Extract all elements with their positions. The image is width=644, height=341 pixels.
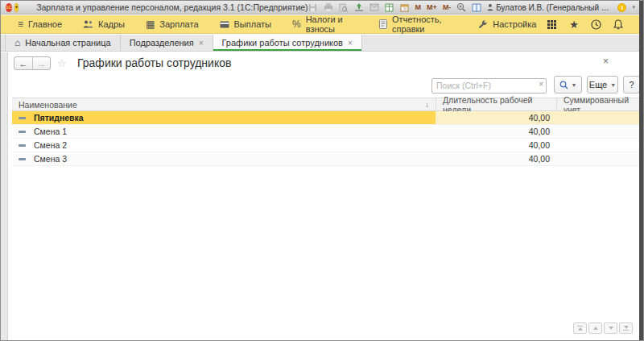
calc-memory-m-minus-button[interactable]: М- xyxy=(443,3,452,11)
info-caret-icon[interactable]: ▾ xyxy=(632,4,635,10)
menu-item-main[interactable]: ≡ Главное xyxy=(7,15,72,33)
schedule-item-icon xyxy=(19,158,26,160)
search-icon xyxy=(559,81,568,89)
window-title: Зарплата и управление персоналом, редакц… xyxy=(36,2,308,12)
page-title: Графики работы сотрудников xyxy=(77,56,231,69)
cell-name[interactable]: Смена 1 xyxy=(12,125,436,138)
export-icon[interactable] xyxy=(354,2,364,12)
cell-name[interactable]: Пятидневка xyxy=(12,111,436,124)
home-icon: ⌂ xyxy=(14,37,20,48)
menu-item-payments[interactable]: Выплаты xyxy=(209,15,282,33)
close-form-button[interactable]: × xyxy=(603,56,609,67)
send-icon[interactable] xyxy=(369,2,379,12)
favorites-star-icon[interactable]: ★ xyxy=(569,19,579,30)
search-field-wrap: × xyxy=(431,77,547,93)
table-icon[interactable] xyxy=(385,2,394,12)
back-button[interactable]: ← xyxy=(14,57,32,69)
open-windows-tabbar: ⌂ Начальная страница Подразделения × Гра… xyxy=(1,35,639,52)
page-down-button[interactable] xyxy=(604,322,617,334)
user-icon xyxy=(487,3,493,11)
search-caret-icon: ▼ xyxy=(572,82,577,88)
more-caret-icon: ▼ xyxy=(610,82,616,88)
people-icon xyxy=(83,20,93,28)
add-to-favorites-star-icon[interactable]: ☆ xyxy=(57,57,67,69)
history-nav-group: ← → xyxy=(14,56,51,70)
schedule-item-icon xyxy=(19,144,26,147)
help-button[interactable]: ? xyxy=(623,76,640,94)
save-icon[interactable] xyxy=(308,2,318,12)
cell-summarized[interactable] xyxy=(556,139,639,152)
menu-item-personnel[interactable]: Кадры xyxy=(72,15,135,33)
calc-memory-m-plus-button[interactable]: М+ xyxy=(427,3,437,11)
column-header-name[interactable]: Наименование ↓ xyxy=(12,98,436,110)
spreadsheet-icon: ▦ xyxy=(146,19,155,29)
cell-week-hours[interactable]: 40,00 xyxy=(436,152,556,165)
cell-summarized[interactable] xyxy=(556,111,639,124)
notifications-bell-icon[interactable] xyxy=(613,19,623,30)
more-button[interactable]: Еще ▼ xyxy=(587,76,618,94)
close-tab-icon[interactable]: × xyxy=(199,39,204,48)
page-up-button[interactable] xyxy=(588,322,602,334)
report-icon xyxy=(379,19,387,29)
column-header-summarized[interactable]: Суммированный учет xyxy=(556,98,639,110)
table-row[interactable]: Смена 1 40,00 xyxy=(12,125,639,139)
hamburger-icon: ≡ xyxy=(18,19,23,29)
tab-departments[interactable]: Подразделения × xyxy=(121,35,213,51)
go-to-top-button[interactable] xyxy=(573,322,587,334)
all-functions-grid-icon[interactable] xyxy=(547,19,557,30)
cell-week-hours[interactable]: 40,00 xyxy=(436,125,556,138)
percent-icon: % xyxy=(292,19,301,29)
split-columns-icon[interactable] xyxy=(472,2,481,12)
cell-week-hours[interactable]: 40,00 xyxy=(436,139,556,152)
search-button[interactable]: ▼ xyxy=(554,76,582,94)
window-edge xyxy=(639,1,643,341)
search-input[interactable] xyxy=(431,78,547,94)
table-header: Наименование ↓ Длительность рабочей неде… xyxy=(12,98,639,111)
zoom-in-icon[interactable] xyxy=(456,2,466,12)
1c-logo-icon[interactable]: 1С xyxy=(6,3,12,12)
current-user-button[interactable]: Булатов И.В. (Генеральный дирек... xyxy=(487,3,612,12)
sort-descending-icon: ↓ xyxy=(425,100,429,109)
cell-summarized[interactable] xyxy=(556,125,639,138)
print-icon[interactable] xyxy=(324,2,333,12)
tab-home[interactable]: ⌂ Начальная страница xyxy=(5,35,121,51)
clear-search-icon[interactable]: × xyxy=(539,80,543,89)
schedules-table: Наименование ↓ Длительность рабочей неде… xyxy=(12,98,639,166)
history-clock-icon[interactable] xyxy=(591,19,601,30)
cell-summarized[interactable] xyxy=(556,152,639,165)
left-gutter xyxy=(1,52,8,340)
form-area: ← → ☆ Графики работы сотрудников × × ▼ Е… xyxy=(1,52,639,340)
close-tab-icon[interactable]: × xyxy=(348,39,353,48)
print-preview-icon[interactable] xyxy=(339,2,349,12)
list-navigation xyxy=(573,322,633,334)
cell-name[interactable]: Смена 3 xyxy=(12,152,436,165)
tab-work-schedules[interactable]: Графики работы сотрудников × xyxy=(213,35,362,51)
titlebar: 1С ▾ Зарплата и управление персоналом, р… xyxy=(1,1,639,15)
wrench-icon xyxy=(478,19,488,29)
table-row[interactable]: Смена 3 40,00 xyxy=(12,152,639,166)
column-header-week-length[interactable]: Длительность рабочей недели xyxy=(436,98,556,110)
app-window: 1С ▾ Зарплата и управление персоналом, р… xyxy=(0,0,644,341)
user-name-label: Булатов И.В. (Генеральный дирек... xyxy=(496,3,612,12)
table-row[interactable]: Пятидневка 40,00 xyxy=(12,111,639,125)
info-icon[interactable]: i xyxy=(617,3,626,12)
schedule-item-icon xyxy=(19,117,26,119)
card-icon xyxy=(220,21,229,28)
table-row[interactable]: Смена 2 40,00 xyxy=(12,139,639,152)
cell-week-hours[interactable]: 40,00 xyxy=(436,111,556,124)
menu-item-taxes[interactable]: % Налоги и взносы xyxy=(282,15,369,33)
forward-button[interactable]: → xyxy=(32,57,50,69)
calc-memory-m-button[interactable]: М xyxy=(415,3,422,11)
schedule-item-icon xyxy=(19,131,26,133)
system-menu-caret-icon[interactable]: ▾ xyxy=(14,3,19,12)
main-menu-bar: ≡ Главное Кадры ▦ Зарплата Выплаты % Нал… xyxy=(1,15,639,34)
menu-item-reports[interactable]: Отчетность, справки xyxy=(369,15,468,33)
go-to-bottom-button[interactable] xyxy=(619,322,633,334)
menu-item-settings[interactable]: Настройка xyxy=(468,15,547,33)
cell-name[interactable]: Смена 2 xyxy=(12,139,436,152)
calendar-icon[interactable] xyxy=(400,2,410,12)
menu-item-salary[interactable]: ▦ Зарплата xyxy=(135,15,209,33)
